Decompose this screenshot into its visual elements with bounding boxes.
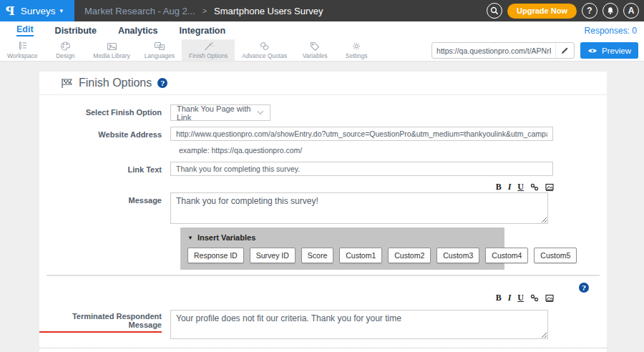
questionpro-logo-icon: P [6,4,15,18]
variable-button-custom4[interactable]: Custom4 [485,248,528,263]
caret-down-icon: ▾ [60,7,64,14]
terminated-section-help-icon[interactable]: ? [579,283,589,293]
nav-item-edit[interactable]: Edit [16,24,34,36]
primary-nav: Edit Distribute Analytics Integration Re… [0,21,644,39]
insert-link-button[interactable] [530,183,539,191]
nav-item-distribute[interactable]: Distribute [55,26,97,36]
notifications-button[interactable] [602,3,618,19]
insert-variables-panel: ▼ Insert Variables Response ID Survey ID… [180,228,504,270]
search-button[interactable] [487,3,502,19]
tab-finish-options[interactable]: Finish Options [182,39,235,61]
finish-options-form: Select Finish Option Thank You Page with… [39,95,607,352]
variable-button-custom3[interactable]: Custom3 [436,248,479,263]
survey-url-input[interactable] [432,47,555,55]
terminated-editor-toolbar: B I U [179,293,557,303]
variable-button-response-id[interactable]: Response ID [187,248,244,263]
edit-toolbar: Workspace Design Media Library xA Langua… [0,39,644,62]
edit-url-button[interactable] [555,43,574,58]
italic-button[interactable]: I [508,182,512,191]
workspace-icon [16,41,28,52]
tab-advance-quotas[interactable]: Advance Quotas [235,39,294,61]
insert-image-icon [545,294,554,302]
header-actions: Upgrade Now ? A [487,0,639,21]
question-mark-icon: ? [587,6,592,16]
message-label: Message [39,192,170,224]
svg-text:x: x [156,43,158,47]
underline-button[interactable]: U [517,293,524,302]
link-text-label: Link Text [39,162,170,176]
eye-icon [587,47,597,54]
tab-media-library[interactable]: Media Library [86,39,137,61]
magic-wand-icon [203,41,214,52]
gear-icon [351,41,361,52]
breadcrumb: Market Research - Aug 2... > Smartphone … [84,6,323,16]
insert-image-button[interactable] [545,294,554,302]
variable-button-survey-id[interactable]: Survey ID [250,248,296,263]
finish-options-help-icon[interactable]: ? [157,78,167,88]
bold-button[interactable]: B [496,182,502,191]
select-finish-option-label: Select Finish Option [39,104,170,121]
insert-link-button[interactable] [530,294,539,302]
content-area: Finish Options ? Select Finish Option Th… [0,62,644,352]
variable-button-custom2[interactable]: Custom2 [388,248,431,263]
bell-icon [606,6,615,15]
palette-icon [60,41,71,52]
product-switcher[interactable]: P Surveys ▾ [0,0,74,21]
tab-variables[interactable]: Variables [294,39,336,61]
translate-icon: xA [154,41,165,52]
page-title: Finish Options [79,77,152,89]
finish-options-card: Finish Options ? Select Finish Option Th… [39,72,607,352]
variable-button-score[interactable]: Score [301,248,333,263]
website-address-example: example: https://qa.questionpro.com/ [179,146,607,155]
tab-languages[interactable]: xA Languages [137,39,182,61]
link-icon [530,294,539,302]
help-button[interactable]: ? [582,3,597,19]
underline-button[interactable]: U [517,182,524,191]
tab-settings[interactable]: Settings [336,39,377,61]
link-text-input[interactable] [170,162,553,176]
chevron-down-icon [257,110,264,115]
message-textarea[interactable]: Thank you for completing this survey! [170,192,548,224]
tag-icon [310,41,320,52]
website-address-input[interactable] [170,127,553,141]
website-address-label: Website Address [39,127,170,141]
variable-button-custom5[interactable]: Custom5 [534,248,577,263]
tab-workspace[interactable]: Workspace [0,39,44,61]
responses-count[interactable]: Responses: 0 [585,26,637,36]
terminated-respondent-message-label: Terminated Respondent Message [39,310,170,339]
upgrade-now-button[interactable]: Upgrade Now [507,4,577,19]
variable-button-custom1[interactable]: Custom1 [339,248,382,263]
chain-links-icon [259,41,270,52]
nav-item-analytics[interactable]: Analytics [118,26,158,36]
account-avatar[interactable]: A [623,3,639,19]
finish-flag-icon [61,78,73,89]
breadcrumb-survey-title: Smartphone Users Survey [214,6,323,16]
pencil-icon [561,47,569,54]
tab-design[interactable]: Design [44,39,86,61]
breadcrumb-folder[interactable]: Market Research - Aug 2... [84,6,195,16]
app-header: P Surveys ▾ Market Research - Aug 2... >… [0,0,644,21]
svg-text:A: A [160,45,163,49]
product-name: Surveys [21,6,56,16]
link-icon [530,183,539,191]
preview-button[interactable]: Preview [580,42,638,59]
search-icon [490,6,499,15]
message-editor-toolbar: B I U [179,182,557,192]
nav-item-integration[interactable]: Integration [180,26,226,36]
finish-option-select[interactable]: Thank You Page with Link [170,104,270,121]
avatar-initial: A [628,6,635,16]
bold-button[interactable]: B [496,293,502,302]
insert-image-icon [545,183,554,191]
red-underline-annotation: Terminated Respondent Message [39,312,162,333]
insert-variables-toggle[interactable]: ▼ Insert Variables [187,233,497,242]
finish-option-selected-value: Thank You Page with Link [177,104,257,122]
card-title-row: Finish Options ? [39,72,607,95]
insert-image-button[interactable] [545,183,554,191]
survey-url-box [431,42,575,59]
italic-button[interactable]: I [508,293,512,302]
terminated-respondent-message-textarea[interactable]: Your profile does not fit our criteria. … [170,310,548,339]
image-icon [107,41,117,52]
breadcrumb-separator-icon: > [203,6,207,15]
collapse-arrow-icon: ▼ [187,235,193,241]
